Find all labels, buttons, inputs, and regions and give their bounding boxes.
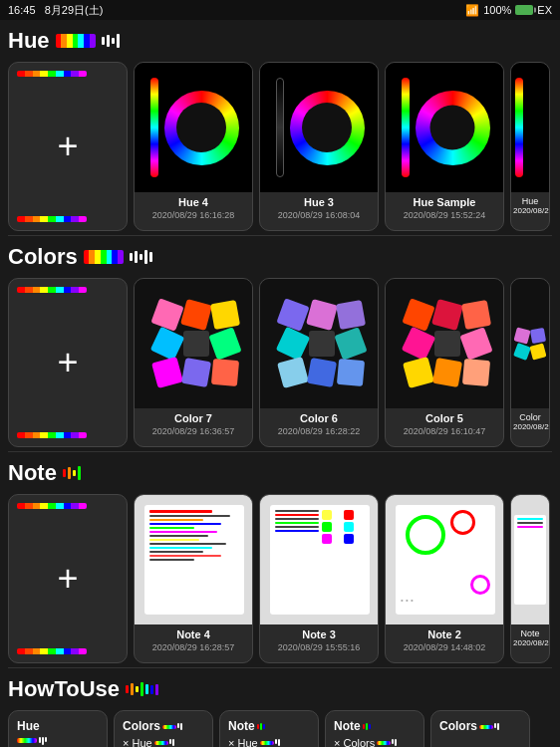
hue-card-0-date: 2020/08/29 16:16:28 [139, 210, 248, 220]
note-card-partial-name: Note [513, 628, 547, 638]
colors-card-2[interactable]: Color 5 2020/08/29 16:10:47 [385, 278, 504, 447]
note-card-0-info: Note 4 2020/08/29 16:28:57 [135, 624, 252, 658]
howto-meter-bars [126, 682, 158, 696]
hue-add-bottom-rainbow [17, 216, 119, 222]
hue-card-1-thumb [260, 63, 379, 192]
note-card-2-name: Note 2 [390, 628, 499, 640]
howto-note-colors-subtitle: × Colors [334, 737, 375, 747]
hue-add-card[interactable]: + [8, 62, 128, 231]
howto-colors-rb2 [154, 739, 174, 746]
note-card-1[interactable]: Note 3 2020/08/29 15:55:16 [259, 494, 379, 663]
hue-section-title: Hue [8, 28, 552, 54]
status-time-date: 16:45 8月29日(土) [8, 3, 103, 18]
colors-card-0-name: Color 7 [139, 412, 248, 424]
note-card-0-name: Note 4 [139, 628, 248, 640]
note-card-partial[interactable]: Note 2020/08/28 [510, 494, 550, 663]
howto-note-rb1 [257, 723, 265, 730]
howto-card-note-colors[interactable]: Note × Colors [325, 710, 424, 747]
status-right: 📶 100% EX [465, 4, 552, 17]
colors-card-1[interactable]: Color 6 2020/08/29 16:28:22 [259, 278, 379, 447]
hue-card-partial-name: Hue [513, 196, 547, 206]
hue-card-partial-date: 2020/08/29 [513, 206, 547, 215]
howto-hue-title-group: Hue [17, 719, 47, 745]
howto-note-hue-title: Note [228, 719, 255, 735]
howto-colors-hue-subtitle: × Hue [123, 737, 152, 747]
howto-hue-title: Hue [17, 719, 47, 735]
status-signal: 100% [483, 4, 511, 16]
hue-card-1-date: 2020/08/29 16:08:04 [264, 210, 374, 220]
note-add-plus-icon: + [57, 561, 78, 597]
note-card-2[interactable]: • • • Note 2 2020/08/29 14:48:02 [385, 494, 504, 663]
note-section: Note + [0, 452, 560, 667]
howto-colors-title-line1: Colors [439, 719, 499, 735]
note-card-1-thumb [260, 495, 379, 624]
howto-colors-title-group: Colors [439, 719, 499, 735]
note-card-1-name: Note 3 [264, 628, 374, 640]
colors-card-2-info: Color 5 2020/08/29 16:10:47 [386, 408, 503, 442]
howto-note-colors-title-line1: Note [334, 719, 397, 735]
note-add-card[interactable]: + [8, 494, 128, 663]
note-card-partial-date: 2020/08/28 [513, 638, 547, 647]
colors-add-card[interactable]: + [8, 278, 128, 447]
hue-card-2-date: 2020/08/29 15:52:24 [390, 210, 499, 220]
howto-section-title: HowToUse [8, 676, 552, 702]
hue-card-2[interactable]: Hue Sample 2020/08/29 15:52:24 [385, 62, 504, 231]
note-add-bottom-rainbow [17, 648, 119, 654]
howto-card-hue[interactable]: Hue YouTube [8, 710, 108, 747]
hue-section: Hue [0, 20, 560, 235]
colors-card-partial-date: 2020/08/29 [513, 422, 547, 431]
howto-colors-rb1 [162, 723, 182, 730]
note-card-1-info: Note 3 2020/08/29 15:55:16 [260, 624, 378, 658]
add-plus-icon: + [57, 128, 78, 164]
colors-section: Colors + [0, 236, 560, 451]
hue-card-partial[interactable]: Hue 2020/08/29 [510, 62, 550, 231]
colors-add-top-rainbow [17, 287, 119, 293]
note-title-text: Note [8, 460, 57, 486]
hue-card-2-info: Hue Sample 2020/08/29 15:52:24 [386, 192, 503, 226]
colors-card-1-thumb [260, 279, 379, 408]
colors-card-0-thumb [135, 279, 253, 408]
colors-card-2-thumb [386, 279, 504, 408]
colors-card-0[interactable]: Color 7 2020/08/29 16:36:57 [134, 278, 253, 447]
hue-add-top-rainbow [17, 71, 119, 77]
howto-note-hue-title-line1: Note [228, 719, 280, 735]
colors-card-1-date: 2020/08/29 16:28:22 [264, 426, 374, 436]
hue-card-1[interactable]: Hue 3 2020/08/29 16:08:04 [259, 62, 379, 231]
note-card-0[interactable]: Note 4 2020/08/29 16:28:57 [134, 494, 253, 663]
note-meter-bars [63, 466, 81, 480]
howto-note-hue-title-group: Note × Hue [228, 719, 280, 747]
howto-colors-hue-title-line1: Colors [123, 719, 182, 735]
howto-hue-rainbow [17, 737, 47, 745]
howto-colors-hue-subtitle-line: × Hue [123, 737, 182, 747]
hue-rainbow-bar [56, 34, 96, 48]
wifi-icon: 📶 [465, 4, 479, 17]
howto-card-colors-hue[interactable]: Colors × Hue [114, 710, 213, 747]
battery-label: EX [537, 4, 552, 16]
note-card-0-date: 2020/08/29 16:28:57 [139, 642, 248, 652]
howto-note-colors-rb1 [363, 723, 371, 730]
howto-card-colors[interactable]: Colors YouTube [430, 710, 530, 747]
note-section-title: Note [8, 460, 552, 486]
howto-colors-hue-title-group: Colors × Hue [123, 719, 182, 747]
howto-note-rb2 [260, 739, 280, 746]
colors-card-partial[interactable]: Color 2020/08/29 [510, 278, 550, 447]
note-add-top-rainbow [17, 503, 119, 509]
howto-card-note-hue[interactable]: Note × Hue [219, 710, 319, 747]
colors-section-title: Colors [8, 244, 552, 270]
hue-title-text: Hue [8, 28, 50, 54]
battery-icon [515, 5, 533, 15]
howto-section: HowToUse Hue [0, 668, 560, 747]
howto-colors-title: Colors [439, 719, 477, 735]
note-card-2-thumb: • • • [386, 495, 504, 624]
hue-wheel-0 [164, 91, 239, 165]
hue-card-2-name: Hue Sample [390, 196, 499, 208]
howto-colors-hue-title: Colors [123, 719, 160, 735]
note-card-1-date: 2020/08/29 15:55:16 [264, 642, 374, 652]
colors-card-0-info: Color 7 2020/08/29 16:36:57 [135, 408, 252, 442]
hue-card-0-info: Hue 4 2020/08/29 16:16:28 [135, 192, 252, 226]
howto-note-colors-title-group: Note × Colors [334, 719, 397, 747]
colors-cards-row: + [8, 278, 552, 447]
colors-card-1-name: Color 6 [264, 412, 374, 424]
howto-note-colors-title: Note [334, 719, 361, 735]
hue-card-0[interactable]: Hue 4 2020/08/29 16:16:28 [134, 62, 253, 231]
